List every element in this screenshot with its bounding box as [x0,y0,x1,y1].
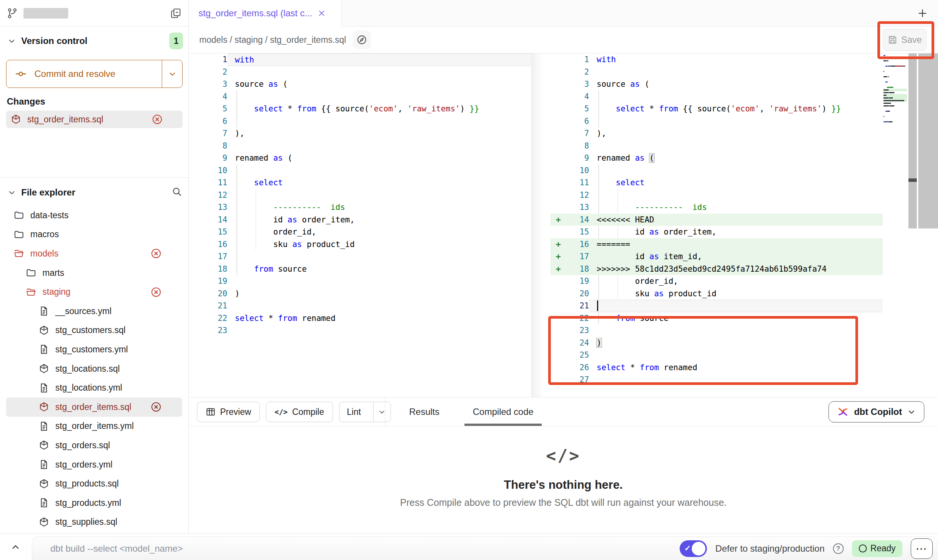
code-line[interactable]: 13 ---------- ids [189,201,531,214]
commit-and-resolve-main[interactable]: Commit and resolve [6,60,162,88]
code-line[interactable]: +16======= [550,238,883,251]
code-line[interactable]: 14 id as order_item, [189,214,531,226]
code-line[interactable]: 8 [550,140,883,152]
code-line[interactable]: 1with [189,53,531,66]
code-line[interactable]: 5 select * from {{ source('ecom', 'raw_i… [189,103,531,115]
branch-name-redacted[interactable] [23,8,68,19]
overflow-menu-button[interactable]: ⋯ [911,538,933,559]
tab-results[interactable]: Results [401,397,448,426]
code-line[interactable]: 23 [550,324,883,337]
code-line[interactable]: 5 select * from {{ source('ecom', 'raw_i… [550,103,883,115]
code-line[interactable]: 4 [189,91,531,103]
code-line[interactable]: 4 [550,91,883,103]
code-line[interactable]: 2 [550,66,883,78]
tree-item-stg-supplies-sql[interactable]: stg_supplies.sql [6,513,182,532]
code-line[interactable]: 9renamed as ( [550,152,883,164]
commit-and-resolve-button[interactable]: Commit and resolve [6,60,183,88]
tab-stg-order-items[interactable]: stg_order_items.sql (last c... [189,0,342,27]
dbt-copilot-button[interactable]: dbt Copilot [829,401,924,422]
code-line[interactable]: 26select * from renamed [550,361,883,374]
tree-item-stg-order-items-yml[interactable]: stg_order_items.yml [6,417,182,436]
lint-button[interactable]: Lint [339,402,369,422]
code-line[interactable]: 19 [189,275,531,288]
code-line[interactable]: 16 sku as product_id [189,238,531,251]
code-line[interactable]: 6 [189,115,531,128]
code-line[interactable]: +14<<<<<<< HEAD [550,214,883,226]
minimap[interactable] [883,54,907,130]
editor-scrollbar[interactable] [908,53,917,228]
code-line[interactable]: 8 [189,140,531,152]
command-input[interactable]: dbt build --select <model_name> ✓ Defer … [32,537,938,560]
search-icon[interactable] [172,186,182,197]
code-line[interactable]: 1with [550,53,883,66]
code-line[interactable]: +17 id as item_id, [550,250,883,263]
status-badge-ready[interactable]: Ready [852,540,902,557]
tab-close-icon[interactable] [317,9,326,17]
code-line[interactable]: 11 select [189,177,531,189]
help-icon[interactable]: ? [833,543,844,554]
window-scrollbar[interactable] [918,53,938,228]
code-line[interactable]: 3source as ( [189,78,531,91]
code-line[interactable]: 22 from source [550,312,883,325]
code-line[interactable]: 23 [189,324,531,337]
compile-button[interactable]: </> Compile [266,402,333,422]
changed-file-row[interactable]: stg_order_items.sql [6,111,183,128]
expand-command-panel-icon[interactable] [10,541,21,553]
code-line[interactable]: 18 from source [189,263,531,275]
lint-options-caret[interactable] [373,402,391,422]
tree-item-stg-orders-sql[interactable]: stg_orders.sql [6,436,182,455]
code-line[interactable]: +18>>>>>>> 58c1dd23d5eebd9cd2495fa7124ab… [550,263,883,275]
tree-item-stg-locations-yml[interactable]: stg_locations.yml [6,378,182,397]
conflict-x-circle-icon[interactable] [152,114,163,125]
code-line[interactable]: 17 [189,250,531,263]
preview-button[interactable]: Preview [197,402,260,422]
code-line[interactable]: 7), [189,127,531,140]
code-line[interactable]: 15 id as order_item, [550,226,883,238]
editor-pane-modified[interactable]: 1with23source as (45 select * from {{ so… [550,53,883,397]
conflict-x-circle-icon[interactable] [150,286,162,298]
tab-compiled-code[interactable]: Compiled code [464,397,542,426]
tree-item-stg-order-items-sql[interactable]: stg_order_items.sql [6,397,182,417]
tree-item-marts[interactable]: marts [6,263,182,283]
file-explorer-section-header[interactable]: File explorer [0,183,188,202]
code-line[interactable]: 13 ---------- ids [550,201,883,214]
code-line[interactable]: 20) [189,288,531,300]
tree-item--sources-yml[interactable]: __sources.yml [6,302,182,321]
tree-item-stg-products-yml[interactable]: stg_products.yml [6,493,182,513]
code-line[interactable]: 10 [550,164,883,177]
code-line[interactable]: 19 order_id, [550,275,883,288]
tree-item-staging[interactable]: staging [6,282,182,302]
editor-pane-original[interactable]: 1with23source as (45 select * from {{ so… [189,53,531,397]
defer-toggle[interactable]: ✓ [680,540,707,557]
code-line[interactable]: 20 sku as product_id [550,288,883,300]
conflict-x-circle-icon[interactable] [150,401,162,413]
tree-item-stg-orders-yml[interactable]: stg_orders.yml [6,455,182,474]
tree-item-stg-customers-yml[interactable]: stg_customers.yml [6,340,182,359]
copy-docs-icon[interactable] [170,8,181,19]
version-control-section-header[interactable]: Version control 1 [0,31,188,51]
code-line[interactable]: 24) [550,337,883,349]
code-line[interactable]: 27 [550,374,883,386]
tree-item-macros[interactable]: macros [6,225,182,244]
new-tab-button[interactable] [915,6,930,20]
code-line[interactable]: 7), [550,127,883,140]
pane-divider[interactable] [531,53,550,397]
code-line[interactable]: 3source as ( [550,78,883,91]
code-line[interactable]: 21 [189,300,531,312]
code-line[interactable]: 9renamed as ( [189,152,531,164]
conflict-x-circle-icon[interactable] [150,248,162,259]
code-line[interactable]: 25 [550,349,883,361]
tree-item-data-tests[interactable]: data-tests [6,206,182,225]
code-line[interactable]: 2 [189,66,531,78]
tree-item-models[interactable]: models [6,244,182,263]
tree-item-stg-products-sql[interactable]: stg_products.sql [6,474,182,493]
code-line[interactable]: 12 [189,189,531,202]
code-line[interactable]: 12 [550,189,883,202]
code-line[interactable]: 6 [550,115,883,128]
code-line[interactable]: 21 [550,300,883,312]
lineage-icon[interactable] [353,31,371,49]
tree-item-stg-locations-sql[interactable]: stg_locations.sql [6,359,182,379]
commit-options-caret[interactable] [162,60,182,88]
save-button[interactable]: Save [883,29,927,51]
code-line[interactable]: 11 select [550,177,883,189]
